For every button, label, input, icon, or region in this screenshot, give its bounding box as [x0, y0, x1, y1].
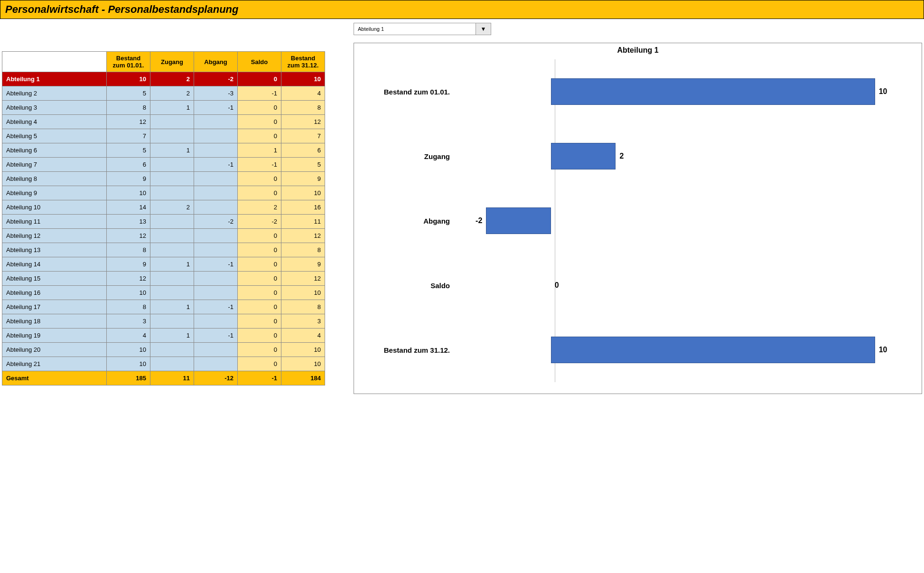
cell[interactable]: 1: [150, 300, 194, 314]
cell[interactable]: 12: [281, 229, 325, 243]
cell[interactable]: [150, 115, 194, 129]
cell[interactable]: 0: [238, 115, 281, 129]
cell[interactable]: 0: [238, 300, 281, 314]
cell[interactable]: -1: [194, 300, 238, 314]
cell[interactable]: 5: [281, 158, 325, 172]
table-row[interactable]: Abteilung 5707: [2, 129, 325, 143]
cell[interactable]: -1: [194, 257, 238, 272]
cell[interactable]: [150, 158, 194, 172]
cell[interactable]: 10: [107, 72, 150, 86]
cell[interactable]: 10: [281, 343, 325, 357]
cell[interactable]: 9: [281, 257, 325, 272]
table-row[interactable]: Abteilung 1781-108: [2, 300, 325, 314]
cell[interactable]: 10: [107, 286, 150, 300]
cell[interactable]: 10: [107, 357, 150, 371]
cell[interactable]: 13: [107, 215, 150, 229]
cell[interactable]: [150, 314, 194, 329]
cell[interactable]: -2: [194, 215, 238, 229]
cell[interactable]: 8: [107, 243, 150, 257]
cell[interactable]: -1: [238, 158, 281, 172]
cell[interactable]: [150, 343, 194, 357]
cell[interactable]: 0: [238, 257, 281, 272]
cell[interactable]: 3: [107, 314, 150, 329]
cell[interactable]: 8: [107, 300, 150, 314]
cell[interactable]: 6: [281, 143, 325, 158]
cell[interactable]: 0: [238, 357, 281, 371]
table-row[interactable]: Abteilung 1102-2010: [2, 72, 325, 86]
cell[interactable]: 8: [281, 101, 325, 115]
cell[interactable]: [194, 229, 238, 243]
cell[interactable]: 0: [238, 343, 281, 357]
table-row[interactable]: Abteilung 13808: [2, 243, 325, 257]
cell[interactable]: [194, 200, 238, 215]
cell[interactable]: 0: [238, 72, 281, 86]
cell[interactable]: -2: [238, 215, 281, 229]
cell[interactable]: 0: [238, 329, 281, 343]
cell[interactable]: [194, 172, 238, 186]
cell[interactable]: 9: [107, 257, 150, 272]
cell[interactable]: 2: [150, 86, 194, 101]
cell[interactable]: -3: [194, 86, 238, 101]
chevron-down-icon[interactable]: ▼: [476, 23, 491, 35]
table-row[interactable]: Abteilung 10142216: [2, 200, 325, 215]
cell[interactable]: 8: [107, 101, 150, 115]
table-row[interactable]: Abteilung 381-108: [2, 101, 325, 115]
cell[interactable]: [194, 186, 238, 200]
cell[interactable]: 10: [281, 72, 325, 86]
department-dropdown[interactable]: Abteilung 1 ▼: [354, 23, 491, 35]
table-row[interactable]: Abteilung 1113-2-211: [2, 215, 325, 229]
table-row[interactable]: Abteilung 18303: [2, 314, 325, 329]
cell[interactable]: [194, 314, 238, 329]
cell[interactable]: 0: [238, 101, 281, 115]
cell[interactable]: 10: [281, 286, 325, 300]
cell[interactable]: 7: [107, 129, 150, 143]
table-row[interactable]: Abteilung 2110010: [2, 357, 325, 371]
cell[interactable]: [194, 143, 238, 158]
cell[interactable]: 0: [238, 272, 281, 286]
cell[interactable]: [150, 129, 194, 143]
table-row[interactable]: Abteilung 2010010: [2, 343, 325, 357]
cell[interactable]: 6: [107, 158, 150, 172]
cell[interactable]: 9: [281, 172, 325, 186]
cell[interactable]: 12: [107, 229, 150, 243]
cell[interactable]: [194, 286, 238, 300]
table-row[interactable]: Abteilung 1491-109: [2, 257, 325, 272]
cell[interactable]: 7: [281, 129, 325, 143]
cell[interactable]: [150, 357, 194, 371]
cell[interactable]: -1: [194, 329, 238, 343]
cell[interactable]: 1: [238, 143, 281, 158]
cell[interactable]: 12: [281, 115, 325, 129]
cell[interactable]: [150, 215, 194, 229]
cell[interactable]: 1: [150, 101, 194, 115]
cell[interactable]: 8: [281, 243, 325, 257]
cell[interactable]: [150, 172, 194, 186]
cell[interactable]: 3: [281, 314, 325, 329]
cell[interactable]: -1: [238, 86, 281, 101]
cell[interactable]: 10: [281, 186, 325, 200]
table-row[interactable]: Abteilung 65116: [2, 143, 325, 158]
cell[interactable]: [194, 343, 238, 357]
cell[interactable]: [194, 357, 238, 371]
cell[interactable]: 5: [107, 86, 150, 101]
cell[interactable]: [194, 115, 238, 129]
cell[interactable]: [150, 286, 194, 300]
cell[interactable]: [194, 243, 238, 257]
table-row[interactable]: Abteilung 1212012: [2, 229, 325, 243]
cell[interactable]: 0: [238, 243, 281, 257]
cell[interactable]: 4: [281, 86, 325, 101]
cell[interactable]: 1: [150, 257, 194, 272]
table-row[interactable]: Abteilung 1512012: [2, 272, 325, 286]
cell[interactable]: 10: [107, 186, 150, 200]
cell[interactable]: 12: [107, 272, 150, 286]
cell[interactable]: 2: [238, 200, 281, 215]
cell[interactable]: [150, 229, 194, 243]
cell[interactable]: 12: [107, 115, 150, 129]
cell[interactable]: 4: [107, 329, 150, 343]
cell[interactable]: 10: [107, 343, 150, 357]
cell[interactable]: 16: [281, 200, 325, 215]
cell[interactable]: [150, 186, 194, 200]
cell[interactable]: 1: [150, 329, 194, 343]
cell[interactable]: 2: [150, 200, 194, 215]
cell[interactable]: [194, 272, 238, 286]
cell[interactable]: 0: [238, 229, 281, 243]
